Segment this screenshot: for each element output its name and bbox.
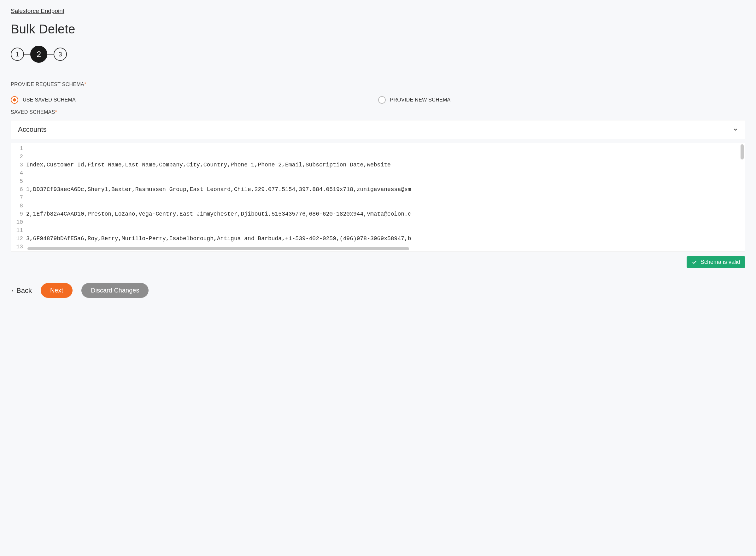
chevron-left-icon <box>11 288 14 293</box>
chevron-down-icon <box>733 127 738 132</box>
horizontal-scrollbar[interactable] <box>27 247 409 250</box>
page-title: Bulk Delete <box>11 22 745 36</box>
vertical-scrollbar[interactable] <box>741 144 744 160</box>
valid-badge-text: Schema is valid <box>700 259 740 266</box>
required-asterisk: * <box>55 109 57 115</box>
saved-schema-select[interactable]: Accounts <box>11 120 745 139</box>
check-icon <box>692 259 697 265</box>
code-line: 1,DD37Cf93aecA6Dc,Sheryl,Baxter,Rasmusse… <box>26 185 745 194</box>
request-schema-label: PROVIDE REQUEST SCHEMA <box>11 82 84 87</box>
select-value: Accounts <box>18 126 47 134</box>
next-button[interactable]: Next <box>41 283 72 298</box>
discard-changes-button[interactable]: Discard Changes <box>81 283 149 298</box>
radio-provide-new-schema[interactable]: PROVIDE NEW SCHEMA <box>378 96 746 104</box>
back-button[interactable]: Back <box>11 286 32 295</box>
radio-label: PROVIDE NEW SCHEMA <box>390 97 451 103</box>
radio-label: USE SAVED SCHEMA <box>23 97 76 103</box>
schema-radio-group: USE SAVED SCHEMA PROVIDE NEW SCHEMA <box>11 96 745 104</box>
step-connector <box>47 54 54 55</box>
code-line: 3,6F94879bDAfE5a6,Roy,Berry,Murillo-Perr… <box>26 235 745 243</box>
step-3[interactable]: 3 <box>54 47 67 61</box>
code-line: 2,1Ef7b82A4CAAD10,Preston,Lozano,Vega-Ge… <box>26 210 745 218</box>
editor-content[interactable]: Index,Customer Id,First Name,Last Name,C… <box>26 143 745 251</box>
radio-use-saved-schema[interactable]: USE SAVED SCHEMA <box>11 96 378 104</box>
editor-gutter: 1 2 3 4 5 6 7 8 9 10 11 12 13 <box>11 143 26 251</box>
step-connector <box>24 54 30 55</box>
step-2[interactable]: 2 <box>30 46 47 63</box>
code-line: Index,Customer Id,First Name,Last Name,C… <box>26 161 745 169</box>
required-asterisk: * <box>84 82 86 87</box>
radio-button-unselected-icon <box>378 96 386 104</box>
schema-valid-badge: Schema is valid <box>687 256 745 268</box>
footer-actions: Back Next Discard Changes <box>11 283 745 298</box>
step-1[interactable]: 1 <box>11 47 24 61</box>
stepper: 1 2 3 <box>11 46 745 63</box>
breadcrumb-link[interactable]: Salesforce Endpoint <box>11 7 64 14</box>
saved-schemas-label: SAVED SCHEMAS <box>11 109 55 115</box>
radio-button-selected-icon <box>11 96 18 104</box>
schema-code-editor[interactable]: 1 2 3 4 5 6 7 8 9 10 11 12 13 Index,Cust… <box>11 143 745 252</box>
back-label: Back <box>17 286 32 295</box>
